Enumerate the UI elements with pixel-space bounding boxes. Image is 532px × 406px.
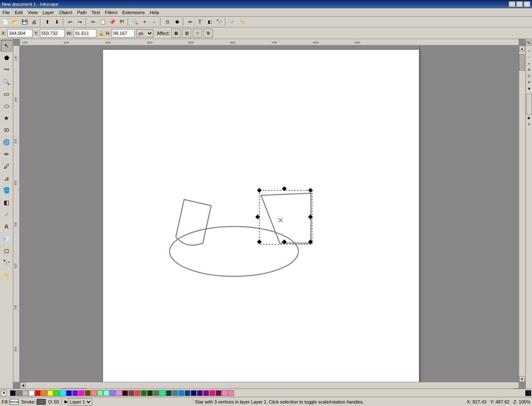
snap-btn2[interactable]: ⊹ — [526, 48, 532, 54]
y-input[interactable] — [40, 29, 65, 37]
color-swatch-9[interactable] — [66, 390, 72, 396]
transform-button[interactable]: ⊡ — [163, 17, 172, 27]
pencil-button[interactable]: ✏ — [186, 17, 195, 27]
maximize-button[interactable]: □ — [516, 1, 523, 7]
color-swatch-32[interactable] — [209, 390, 215, 396]
color-swatch-1[interactable] — [16, 390, 22, 396]
color-swatch-27[interactable] — [178, 390, 184, 396]
stroke-swatch[interactable] — [37, 399, 46, 405]
menu-item-help[interactable]: Help — [147, 9, 162, 16]
handle-mr[interactable] — [308, 214, 313, 219]
canvas-drawing-area[interactable] — [20, 46, 519, 382]
scroll-right-button[interactable]: ▶ — [513, 388, 519, 389]
calligraphy-tool[interactable]: ⊿ — [1, 172, 12, 184]
color-swatch-18[interactable] — [122, 390, 128, 396]
unit-select[interactable]: px mm cm in — [136, 29, 153, 37]
color-swatch-13[interactable] — [91, 390, 97, 396]
color-swatch-22[interactable] — [147, 390, 153, 396]
color-swatch-30[interactable] — [197, 390, 203, 396]
copy-button[interactable]: 📋 — [98, 17, 107, 27]
eyedropper-tool[interactable]: 🔭 — [1, 257, 12, 268]
shape-left-ear[interactable] — [176, 199, 211, 245]
gradient-tool[interactable]: ◧ — [1, 197, 12, 208]
zoom-fit-button[interactable]: 🔍 — [131, 17, 140, 27]
menu-item-layer[interactable]: Layer — [40, 9, 57, 16]
snap-btn7[interactable]: ⊕ — [526, 79, 532, 85]
gradient-button[interactable]: ◧ — [205, 17, 214, 27]
shape-right-ear[interactable] — [261, 193, 311, 243]
menu-item-view[interactable]: View — [25, 9, 40, 16]
color-swatch-14[interactable] — [97, 390, 103, 396]
scroll-left-button[interactable]: ◀ — [20, 382, 26, 388]
snap-btn5[interactable]: ⊞ — [526, 67, 532, 73]
zoom-tool[interactable]: 🔍 — [1, 76, 12, 88]
eraser-tool[interactable]: ◻ — [1, 245, 12, 256]
node-tool[interactable]: ⬟ — [1, 52, 12, 64]
snap-btn3[interactable]: ⋯ — [526, 54, 532, 60]
redo-button[interactable]: ↪ — [75, 17, 84, 27]
export-button[interactable]: ⬇ — [52, 17, 62, 27]
layer-select[interactable]: Layer 1 — [68, 398, 92, 406]
color-swatch-17[interactable] — [116, 390, 122, 396]
connector-button[interactable]: ⟋ — [228, 17, 237, 27]
handle-tr[interactable] — [308, 188, 313, 192]
affect-btn1[interactable]: ▦ — [171, 29, 180, 38]
color-swatch-19[interactable] — [128, 390, 134, 396]
affect-btn4[interactable]: ⊞ — [204, 29, 213, 38]
color-swatch-15[interactable] — [103, 390, 109, 396]
menu-item-path[interactable]: Path — [75, 9, 89, 16]
ellipse-tool[interactable]: ⬭ — [1, 100, 12, 112]
menu-item-text[interactable]: Text — [89, 9, 102, 16]
color-swatch-2[interactable] — [22, 390, 28, 396]
text-button[interactable]: T — [195, 17, 204, 27]
color-swatch-29[interactable] — [191, 390, 197, 396]
open-button[interactable]: 📂 — [10, 17, 20, 27]
affect-btn2[interactable]: ▧ — [182, 29, 191, 38]
color-swatch-35[interactable] — [228, 390, 234, 396]
color-swatch-0[interactable] — [10, 390, 16, 396]
select-tool[interactable]: ↖ — [1, 40, 12, 52]
zoom-out-button[interactable]: - — [150, 17, 159, 27]
menu-item-object[interactable]: Object — [57, 9, 75, 16]
measure-tool[interactable]: 📐 — [1, 269, 12, 281]
measure-button[interactable]: 📏 — [237, 17, 246, 27]
3d-tool[interactable]: 3D — [1, 124, 12, 136]
tweak-tool[interactable]: 〜 — [1, 64, 12, 76]
star-tool[interactable]: ★ — [1, 112, 12, 124]
color-swatch-31[interactable] — [203, 390, 209, 396]
print-button[interactable]: 🖨 — [30, 17, 39, 27]
cut-button[interactable]: ✂ — [89, 17, 98, 27]
rect-tool[interactable]: ▭ — [1, 88, 12, 100]
color-swatch-7[interactable] — [54, 390, 59, 396]
color-swatch-3[interactable] — [29, 390, 34, 396]
bucket-tool[interactable]: 🪣 — [1, 185, 12, 196]
zoom-in-button[interactable]: + — [140, 17, 149, 27]
color-swatch-5[interactable] — [41, 390, 47, 396]
snap-btn8[interactable]: ◉ — [526, 86, 532, 91]
menu-item-edit[interactable]: Edit — [12, 9, 25, 16]
fill-swatch[interactable]: None — [10, 399, 19, 405]
color-swatch-16[interactable] — [110, 390, 116, 396]
snap-btn4[interactable]: ≡ — [526, 61, 532, 66]
w-input[interactable] — [74, 29, 96, 37]
spray-tool[interactable]: 💨 — [1, 233, 12, 244]
x-input[interactable] — [7, 29, 32, 37]
menu-item-file[interactable]: File — [0, 9, 12, 16]
spiral-tool[interactable]: 🌀 — [1, 136, 12, 148]
close-button[interactable]: ✕ — [524, 1, 530, 7]
color-swatch-28[interactable] — [185, 390, 190, 396]
color-swatch-8[interactable] — [60, 390, 66, 396]
no-color-swatch[interactable]: ✕ — [1, 390, 7, 396]
pen-tool[interactable]: 🖊 — [1, 160, 12, 172]
color-swatch-34[interactable] — [222, 390, 228, 396]
scroll-down-button[interactable]: ▼ — [519, 376, 525, 382]
hscrollbar[interactable]: ◀ ▶ — [20, 382, 519, 389]
lock-proportions-button[interactable]: 🔒 — [98, 29, 104, 37]
color-swatch-23[interactable] — [153, 390, 159, 396]
text-tool[interactable]: A — [1, 221, 12, 232]
import-button[interactable]: ⬆ — [43, 17, 52, 27]
snap-btn6[interactable]: ⊡ — [526, 73, 532, 79]
color-swatch-21[interactable] — [141, 390, 147, 396]
color-swatch-10[interactable] — [72, 390, 78, 396]
scroll-swatches-right[interactable]: ▶ — [525, 390, 531, 396]
